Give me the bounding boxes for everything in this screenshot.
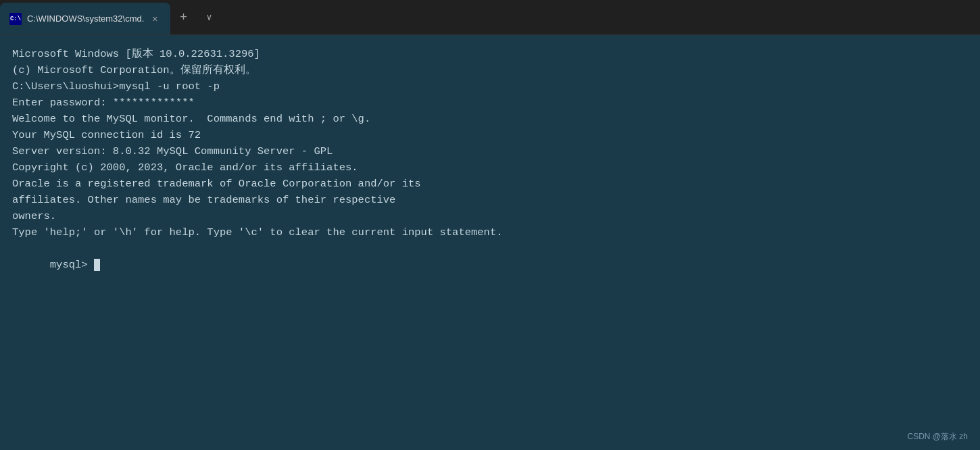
terminal-line: affiliates. Other names may be trademark… bbox=[12, 192, 968, 208]
title-bar: C:\ C:\WINDOWS\system32\cmd. × + ∨ bbox=[0, 0, 980, 35]
active-tab[interactable]: C:\ C:\WINDOWS\system32\cmd. × bbox=[0, 3, 170, 34]
watermark: CSDN @落水 zh bbox=[907, 430, 968, 443]
terminal-line: Enter password: ************* bbox=[12, 95, 968, 111]
terminal-line: owners. bbox=[12, 208, 968, 224]
terminal-line: Microsoft Windows [版本 10.0.22631.3296] bbox=[12, 46, 968, 62]
terminal-line: Type 'help;' or '\h' for help. Type '\c'… bbox=[12, 224, 968, 241]
terminal-line: Oracle is a registered trademark of Orac… bbox=[12, 176, 968, 192]
tab-dropdown-button[interactable]: ∨ bbox=[197, 11, 222, 23]
terminal-prompt-line[interactable]: mysql> bbox=[12, 241, 968, 289]
terminal-cursor bbox=[94, 259, 100, 271]
cmd-icon: C:\ bbox=[9, 13, 22, 25]
terminal-line: Welcome to the MySQL monitor. Commands e… bbox=[12, 111, 968, 127]
terminal-prompt: mysql> bbox=[50, 259, 94, 271]
tab-close-button[interactable]: × bbox=[149, 12, 160, 26]
tab-title: C:\WINDOWS\system32\cmd. bbox=[27, 14, 144, 24]
new-tab-button[interactable]: + bbox=[170, 10, 197, 24]
terminal-output[interactable]: Microsoft Windows [版本 10.0.22631.3296] (… bbox=[0, 35, 980, 450]
terminal-line: C:\Users\luoshui>mysql -u root -p bbox=[12, 78, 968, 95]
terminal-line: Server version: 8.0.32 MySQL Community S… bbox=[12, 143, 968, 159]
terminal-line: Your MySQL connection id is 72 bbox=[12, 127, 968, 143]
terminal-line: Copyright (c) 2000, 2023, Oracle and/or … bbox=[12, 159, 968, 176]
window: C:\ C:\WINDOWS\system32\cmd. × + ∨ Micro… bbox=[0, 0, 980, 450]
terminal-line: (c) Microsoft Corporation。保留所有权利。 bbox=[12, 62, 968, 78]
